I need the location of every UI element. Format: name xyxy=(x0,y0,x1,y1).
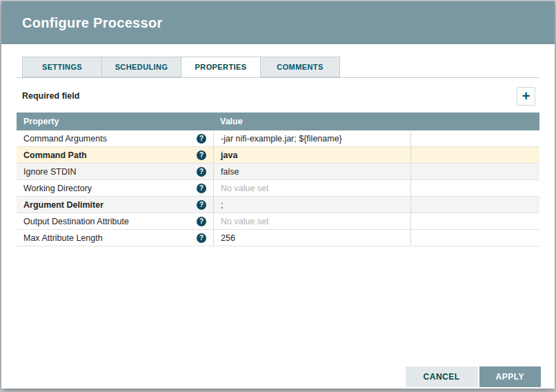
property-name: Command Arguments xyxy=(23,134,197,144)
empty-cell xyxy=(410,213,539,229)
table-row-max-attribute-length[interactable]: Max Attribute Length ? 256 xyxy=(17,230,539,246)
property-cell: Ignore STDIN ? xyxy=(17,164,213,179)
dialog-body: SETTINGS SCHEDULING PROPERTIES COMMENTS … xyxy=(1,44,555,389)
help-icon[interactable]: ? xyxy=(197,134,206,144)
property-name: Argument Delimiter xyxy=(23,200,197,210)
property-cell: Working Directory ? xyxy=(17,180,213,196)
table-row-working-directory[interactable]: Working Directory ? No value set xyxy=(17,180,539,197)
empty-cell xyxy=(410,180,539,196)
tab-properties[interactable]: PROPERTIES xyxy=(181,57,261,77)
apply-button[interactable]: APPLY xyxy=(479,366,541,387)
table-row-output-destination-attribute[interactable]: Output Destination Attribute ? No value … xyxy=(17,213,539,230)
property-cell: Argument Delimiter ? xyxy=(17,197,213,213)
help-icon[interactable]: ? xyxy=(197,167,206,177)
help-icon[interactable]: ? xyxy=(197,217,206,226)
dialog-footer: CANCEL APPLY xyxy=(406,366,541,387)
table-row-ignore-stdin[interactable]: Ignore STDIN ? false xyxy=(17,164,539,180)
tab-bar: SETTINGS SCHEDULING PROPERTIES COMMENTS xyxy=(17,57,539,78)
property-name: Max Attribute Length xyxy=(23,233,197,243)
empty-cell xyxy=(410,230,539,246)
property-name: Output Destination Attribute xyxy=(23,217,197,226)
tab-comments[interactable]: COMMENTS xyxy=(260,57,340,77)
property-cell: Output Destination Attribute ? xyxy=(17,213,213,229)
value-cell[interactable]: java xyxy=(213,147,410,163)
table-header-row: Property Value xyxy=(17,112,539,130)
property-cell: Command Arguments ? xyxy=(17,130,213,146)
plus-icon: + xyxy=(522,88,530,104)
column-header-value: Value xyxy=(213,117,410,126)
value-cell[interactable]: ; xyxy=(213,197,410,213)
property-name: Working Directory xyxy=(23,184,197,193)
value-cell[interactable]: No value set xyxy=(213,213,410,229)
value-cell[interactable]: -jar nifi-example.jar; ${filename} xyxy=(213,130,410,146)
property-value: -jar nifi-example.jar; ${filename} xyxy=(221,134,342,144)
property-name: Ignore STDIN xyxy=(23,167,197,177)
property-cell: Command Path ? xyxy=(17,147,213,163)
tab-settings[interactable]: SETTINGS xyxy=(22,57,102,77)
tab-scheduling[interactable]: SCHEDULING xyxy=(101,57,181,77)
help-icon[interactable]: ? xyxy=(197,233,206,243)
empty-cell xyxy=(410,164,539,179)
property-value: 256 xyxy=(221,233,235,243)
help-icon[interactable]: ? xyxy=(197,200,206,210)
required-field-label: Required field xyxy=(22,91,79,101)
property-value: ; xyxy=(221,200,223,210)
table-row-command-path[interactable]: Command Path ? java xyxy=(17,147,539,164)
empty-cell xyxy=(410,197,539,213)
value-cell[interactable]: false xyxy=(213,164,410,179)
property-cell: Max Attribute Length ? xyxy=(17,230,213,246)
help-icon[interactable]: ? xyxy=(197,184,206,193)
table-row-argument-delimiter[interactable]: Argument Delimiter ? ; xyxy=(17,197,539,213)
help-icon[interactable]: ? xyxy=(197,150,206,160)
property-value: No value set xyxy=(221,184,268,193)
property-value: No value set xyxy=(221,217,268,226)
properties-toolbar: Required field + xyxy=(22,86,535,106)
property-name: Command Path xyxy=(23,150,197,160)
table-row-command-arguments[interactable]: Command Arguments ? -jar nifi-example.ja… xyxy=(17,130,539,147)
column-header-property: Property xyxy=(17,117,213,126)
configure-processor-dialog: Configure Processor SETTINGS SCHEDULING … xyxy=(1,1,555,389)
empty-cell xyxy=(410,130,539,146)
empty-cell xyxy=(410,147,539,163)
property-value: java xyxy=(221,150,237,160)
value-cell[interactable]: 256 xyxy=(213,230,410,246)
dialog-header: Configure Processor xyxy=(1,1,555,44)
value-cell[interactable]: No value set xyxy=(213,180,410,196)
add-property-button[interactable]: + xyxy=(517,87,535,106)
property-value: false xyxy=(221,167,239,177)
dialog-title: Configure Processor xyxy=(22,15,163,31)
properties-table: Property Value Command Arguments ? -jar … xyxy=(17,112,539,246)
cancel-button[interactable]: CANCEL xyxy=(406,366,478,387)
